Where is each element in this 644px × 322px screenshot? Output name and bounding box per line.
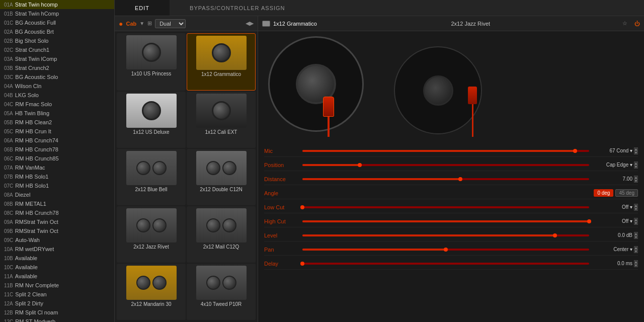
sidebar-item-01c[interactable]: 01CBG Acoustic Full (0, 18, 114, 27)
mic-spin-up[interactable]: ▲ (634, 147, 638, 151)
sidebar-item-04a[interactable]: 04AWilson Cln (0, 82, 114, 91)
sidebar-item-01a[interactable]: 01AStrat Twin hcomp (0, 0, 114, 9)
pos-spin-up[interactable]: ▲ (634, 162, 638, 165)
sidebar-item-12a[interactable]: 12ASplit 2 Dirty (0, 299, 114, 308)
sidebar-item-08c[interactable]: 08CRM HB Crunch78 (0, 208, 114, 217)
cab-item-2x12-mandarin-30[interactable]: 2x12 Mandarin 30 (117, 264, 186, 320)
low-cut-spinner[interactable]: ▲▼ (634, 204, 638, 211)
sidebar-item-07a[interactable]: 07ARM VanMac (0, 163, 114, 172)
sidebar-item-08a[interactable]: 08ADiezel (0, 190, 114, 199)
sidebar-item-12c[interactable]: 12CRM ST Modverb (0, 317, 114, 322)
sidebar-item-01b[interactable]: 01BStrat Twin hComp (0, 9, 114, 18)
sidebar-item-11c[interactable]: 11CSplit 2 Clean (0, 290, 114, 299)
angle-0deg-button[interactable]: 0 deg (594, 189, 613, 197)
cab-grid-icon[interactable]: ⊞ (147, 20, 152, 27)
cab-item-2x12-jazz-rivet[interactable]: 2x12 Jazz Rivet (117, 206, 186, 263)
cab-item-1x12-cali-ext[interactable]: 1x12 Cali EXT (187, 92, 256, 148)
favorite-icon[interactable]: ☆ (622, 20, 627, 27)
position-thumb[interactable] (358, 163, 362, 167)
dist-spin-down[interactable]: ▼ (634, 179, 638, 183)
sidebar-item-05a[interactable]: 05AHB Twin Bling (0, 109, 114, 118)
cab-slot-2-name[interactable]: 2x12 Jazz Rivet (451, 21, 491, 27)
pan-spinner[interactable]: ▲▼ (634, 246, 638, 253)
pan-track[interactable] (302, 249, 589, 251)
pan-spin-down[interactable]: ▼ (634, 250, 638, 253)
cab-item-4x10-tweed-p10r[interactable]: 4x10 Tweed P10R (187, 264, 256, 320)
pan-spin-up[interactable]: ▲ (634, 246, 638, 250)
sidebar-item-10c[interactable]: 10CAvailable (0, 263, 114, 272)
hcut-spin-down[interactable]: ▼ (634, 221, 638, 225)
tab-edit[interactable]: EDIT (115, 0, 170, 16)
distance-value[interactable]: 7.00 (592, 176, 632, 182)
delay-thumb[interactable] (300, 262, 304, 266)
sidebar-item-11a[interactable]: 11AAvailable (0, 272, 114, 281)
high-cut-thumb[interactable] (587, 219, 591, 223)
cab-item-1x12-us-deluxe[interactable]: 1x12 US Deluxe (117, 92, 186, 148)
level-spin-up[interactable]: ▲ (634, 232, 638, 235)
delay-spin-up[interactable]: ▲ (634, 260, 638, 264)
sidebar-item-06b[interactable]: 06BRM HB Crunch78 (0, 145, 114, 154)
sidebar-item-03b[interactable]: 03BStrat Crunch2 (0, 63, 114, 72)
lcut-spin-up[interactable]: ▲ (634, 204, 638, 207)
sidebar-item-07c[interactable]: 07CRM HB Solo1 (0, 181, 114, 190)
power-icon[interactable]: ⏻ (634, 21, 640, 27)
dist-spin-up[interactable]: ▲ (634, 176, 638, 179)
pan-value[interactable]: Center ▾ (592, 247, 632, 252)
level-value[interactable]: 0.0 dB (592, 232, 632, 238)
high-cut-value[interactable]: Off ▾ (592, 218, 632, 224)
sidebar-item-08b[interactable]: 08BRM METAL1 (0, 199, 114, 208)
angle-45deg-button[interactable]: 45 deg (615, 189, 638, 197)
level-spinner[interactable]: ▲▼ (634, 232, 638, 239)
high-cut-spinner[interactable]: ▲▼ (634, 218, 638, 225)
distance-spinner[interactable]: ▲▼ (634, 176, 638, 183)
cab-nav[interactable]: ◀▶ (246, 20, 254, 27)
cab-slot-1-name[interactable]: 1x12 Grammatico (273, 21, 317, 27)
sidebar-item-12b[interactable]: 12BRM Split Cl noam (0, 308, 114, 317)
position-value[interactable]: Cap Edge ▾ (592, 162, 632, 168)
level-thumb[interactable] (553, 233, 557, 237)
mic-value[interactable]: 67 Cond ▾ (592, 148, 632, 153)
lcut-spin-down[interactable]: ▼ (634, 207, 638, 211)
cab-item-2x12-double-c12n[interactable]: 2x12 Double C12N (187, 149, 256, 205)
high-cut-track[interactable] (302, 220, 589, 222)
cab-item-1x12-grammatico[interactable]: 1x12 Grammatico (187, 33, 256, 91)
cab-item-2x12-mail-c12q[interactable]: 2x12 Mail C12Q (187, 206, 256, 263)
position-track[interactable] (302, 164, 589, 166)
distance-track[interactable] (302, 178, 589, 180)
level-spin-down[interactable]: ▼ (634, 235, 638, 239)
sidebar-item-09b[interactable]: 09BRMStrat Twin Oct (0, 226, 114, 235)
level-track[interactable] (302, 234, 589, 236)
sidebar-item-02b[interactable]: 02BBig Shot Solo (0, 36, 114, 45)
delay-track[interactable] (302, 263, 589, 265)
sidebar-item-10a[interactable]: 10ARM wetDRYwet (0, 245, 114, 254)
hcut-spin-up[interactable]: ▲ (634, 218, 638, 221)
mic-spin-down[interactable]: ▼ (634, 151, 638, 154)
mic-thumb[interactable] (573, 149, 577, 153)
mic-spinner[interactable]: ▲▼ (634, 147, 638, 154)
delay-value[interactable]: 0.0 ms (592, 261, 632, 266)
cab-item-1x10-us-princess[interactable]: 1x10 US Princess (117, 33, 186, 91)
sidebar-item-03a[interactable]: 03AStrat Twin lComp (0, 54, 114, 63)
cab-dropdown-arrow[interactable]: ▼ (139, 21, 144, 26)
sidebar-item-04c[interactable]: 04CRM Fmac Solo (0, 100, 114, 109)
low-cut-track[interactable] (302, 206, 589, 208)
sidebar-item-04b[interactable]: 04BLKG Solo (0, 91, 114, 100)
sidebar-item-02c[interactable]: 02CStrat Crunch1 (0, 45, 114, 54)
low-cut-value[interactable]: Off ▾ (592, 204, 632, 210)
low-cut-thumb[interactable] (300, 205, 304, 209)
sidebar-item-06c[interactable]: 06CRM HB Crunch85 (0, 154, 114, 163)
sidebar-item-09c[interactable]: 09CAuto-Wah (0, 235, 114, 245)
sidebar-item-11b[interactable]: 11BRM Nvr Complete (0, 281, 114, 290)
pan-thumb[interactable] (444, 248, 448, 252)
sidebar-item-03c[interactable]: 03CBG Acoustic Solo (0, 72, 114, 82)
pos-spin-down[interactable]: ▼ (634, 165, 638, 169)
sidebar-item-10b[interactable]: 10BAvailable (0, 254, 114, 263)
sidebar-item-07b[interactable]: 07BRM HB Solo1 (0, 172, 114, 181)
distance-thumb[interactable] (458, 177, 462, 181)
sidebar-item-06a[interactable]: 06ARM HB Crunch74 (0, 136, 114, 145)
position-spinner[interactable]: ▲▼ (634, 162, 638, 169)
mic-track[interactable] (302, 150, 589, 152)
cab-mode-select[interactable]: Dual Single (155, 19, 186, 28)
sidebar-item-02a[interactable]: 02ABG Acoustic Brt (0, 27, 114, 36)
cab-item-2x12-blue-bell[interactable]: 2x12 Blue Bell (117, 149, 186, 205)
